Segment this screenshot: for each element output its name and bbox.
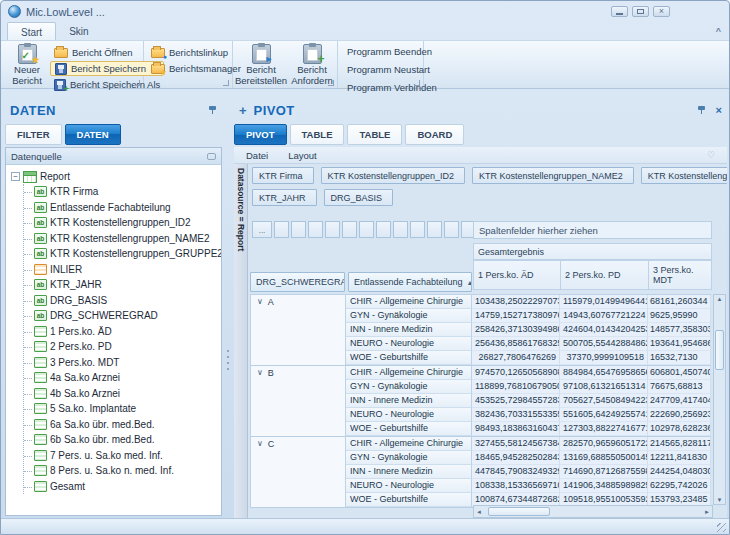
program-connect-button[interactable]: Programm Verbinden (340, 81, 437, 95)
ribbon-collapse-icon[interactable]: ^ (716, 26, 721, 36)
column-drop-zone[interactable]: Spaltenfelder hierher ziehen (473, 221, 712, 239)
pin-icon[interactable] (697, 105, 706, 115)
tree-item[interactable]: 6b Sa.ko übr. med.Bed. (24, 432, 221, 448)
ribbon-tab-skin[interactable]: Skin (56, 22, 101, 40)
tree-item[interactable]: 3 Pers.ko. MDT (24, 355, 221, 371)
tree-item[interactable]: 2 Pers.ko. PD (24, 339, 221, 355)
row-header-cell[interactable]: INN - Innere Medizin (346, 465, 472, 479)
panel-close-icon[interactable]: × (716, 105, 722, 116)
tree-item[interactable]: abKTR_JAHR (24, 277, 221, 293)
row-header-cell[interactable]: NEURO - Neurologie (346, 408, 472, 422)
menu-datei[interactable]: Datei (246, 150, 268, 161)
row-header-cell[interactable]: INN - Innere Medizin (346, 394, 472, 408)
tab-table-1[interactable]: TABLE (290, 124, 345, 145)
value-column-header[interactable]: 3 Pers.ko. MDT (649, 260, 712, 290)
filter-slot[interactable] (410, 221, 425, 238)
row-header-cell[interactable]: WOE - Geburtshilfe (346, 422, 472, 436)
field-chip[interactable]: KTR Firma (252, 167, 314, 184)
row-header-cell[interactable]: INN - Innere Medizin (346, 323, 472, 337)
pin-icon[interactable] (208, 105, 217, 115)
dialog-launcher-icon[interactable] (328, 80, 334, 86)
row-header-cell[interactable]: CHIR - Allgemeine Chirurgie (346, 437, 472, 451)
tree-item[interactable]: abKTR Kostenstellengruppen_ID2 (24, 215, 221, 231)
row-header-cell[interactable]: CHIR - Allgemeine Chirurgie (346, 366, 472, 380)
value-column-header[interactable]: 2 Pers.ko. PD (561, 260, 649, 290)
horizontal-scrollbar[interactable]: ◄ ► (473, 505, 713, 518)
filter-slot[interactable] (291, 221, 306, 238)
scroll-left-icon[interactable]: ◄ (476, 506, 482, 517)
tab-filter[interactable]: FILTER (5, 124, 62, 145)
row-header-cell[interactable]: GYN - Gynäkologie (346, 309, 472, 323)
close-button[interactable]: × (653, 6, 670, 17)
tab-board[interactable]: BOARD (405, 124, 464, 145)
tree-item[interactable]: 1 Pers.ko. ÄD (24, 324, 221, 340)
field-chip[interactable]: KTR Kostenstellengruppen_GRUPPE2 (641, 167, 727, 184)
menu-layout[interactable]: Layout (288, 150, 317, 161)
tree-item[interactable]: 4a Sa.ko Arznei (24, 370, 221, 386)
value-column-header[interactable]: 1 Pers.ko. ÄD (473, 260, 561, 290)
field-chip[interactable]: KTR Kostenstellengruppen_ID2 (321, 167, 466, 184)
filter-slot[interactable] (274, 221, 289, 238)
filter-slot[interactable] (427, 221, 442, 238)
scrollbar-thumb[interactable] (488, 507, 550, 516)
tree-item[interactable]: abKTR Firma (24, 184, 221, 200)
tree-item[interactable]: abDRG_BASIS (24, 293, 221, 309)
tree-root-row[interactable]: − Report (11, 169, 221, 184)
row-header-cell[interactable]: CHIR - Allgemeine Chirurgie (346, 295, 472, 309)
row-field-schweregrad[interactable]: DRG_SCHWEREGRAD ▲ (250, 272, 345, 292)
more-fields-button[interactable]: ... (252, 221, 272, 238)
row-field-fachabteilung[interactable]: Entlassende Fachabteilung ▲ (348, 272, 472, 292)
options-icon[interactable] (207, 153, 216, 160)
scrollbar-thumb[interactable] (715, 330, 724, 370)
row-header-cell[interactable]: WOE - Geburtshilfe (346, 351, 472, 365)
group-expand-icon[interactable]: ∨ (257, 297, 263, 307)
filter-slot[interactable] (376, 221, 391, 238)
row-header-cell[interactable]: GYN - Gynäkologie (346, 451, 472, 465)
group-cell[interactable]: ∨B (251, 366, 346, 436)
tab-pivot[interactable]: PIVOT (234, 124, 287, 145)
filter-slot[interactable] (359, 221, 374, 238)
tree-item[interactable]: 5 Sa.ko. Implantate (24, 401, 221, 417)
group-expand-icon[interactable]: ∨ (257, 368, 263, 378)
tab-table-2[interactable]: TABLE (347, 124, 402, 145)
dialog-launcher-icon[interactable] (414, 80, 420, 86)
expand-icon[interactable]: + (239, 103, 247, 118)
field-chip[interactable]: KTR_JAHR (252, 189, 317, 206)
filter-slot[interactable] (444, 221, 459, 238)
tree-item[interactable]: abKTR Kostenstellengruppen_GRUPPE2 (24, 246, 221, 262)
group-cell[interactable]: ∨A (251, 295, 346, 365)
report-deploy-button[interactable]: ► Bericht Bereitstellen (236, 42, 286, 87)
row-header-cell[interactable]: WOE - Geburtshilfe (346, 493, 472, 507)
tree-item[interactable]: abEntlassende Fachabteilung (24, 200, 221, 216)
tree-item[interactable]: abDRG_SCHWEREGRAD (24, 308, 221, 324)
filter-slot[interactable] (308, 221, 323, 238)
panel-splitter[interactable] (223, 98, 233, 518)
dialog-launcher-icon[interactable] (134, 80, 140, 86)
ribbon-tab-start[interactable]: Start (7, 22, 56, 40)
scroll-right-icon[interactable]: ► (704, 506, 710, 517)
minimize-button[interactable] (611, 6, 628, 17)
tree-item[interactable]: 7 Pers. u. Sa.ko med. Inf. (24, 448, 221, 464)
filter-slot[interactable] (342, 221, 357, 238)
report-manager-button[interactable]: ★ Berichtsmanager (147, 61, 245, 76)
scroll-down-icon[interactable]: ▼ (714, 497, 725, 503)
group-expand-icon[interactable]: ∨ (257, 439, 263, 449)
program-exit-button[interactable]: Programm Beenden (340, 45, 437, 59)
tree-collapse-icon[interactable]: − (11, 172, 20, 181)
tab-daten[interactable]: DATEN (65, 124, 121, 145)
field-chip[interactable]: DRG_BASIS (324, 189, 394, 206)
program-restart-button[interactable]: Programm Neustart (340, 63, 437, 77)
new-report-button[interactable]: ✓ ★ Neuer Bericht (4, 42, 50, 87)
tree-item[interactable]: 4b Sa.ko Arznei (24, 386, 221, 402)
group-cell[interactable]: ∨C (251, 437, 346, 507)
row-header-cell[interactable]: GYN - Gynäkologie (346, 380, 472, 394)
tree-item[interactable]: abKTR Kostenstellengruppen_NAME2 (24, 231, 221, 247)
vertical-scrollbar[interactable]: ▲ ▼ (713, 294, 726, 505)
favorites-icon[interactable]: ♡ (707, 150, 715, 160)
filter-slot[interactable] (393, 221, 408, 238)
row-header-cell[interactable]: NEURO - Neurologie (346, 479, 472, 493)
scroll-up-icon[interactable]: ▲ (714, 296, 725, 302)
filter-slot[interactable] (325, 221, 340, 238)
tree-item[interactable]: 8 Pers. u. Sa.ko n. med. Inf. (24, 463, 221, 479)
field-chip[interactable]: KTR Kostenstellengruppen_NAME2 (472, 167, 634, 184)
